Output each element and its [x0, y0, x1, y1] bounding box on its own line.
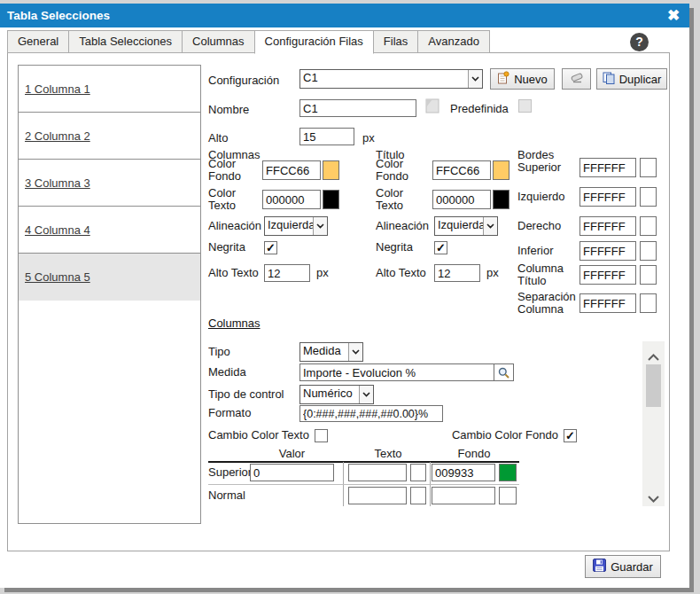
tab-avanzado[interactable]: Avanzado [417, 30, 490, 53]
medida-input[interactable] [299, 363, 494, 381]
col2-color-texto-swatch[interactable] [493, 190, 509, 209]
superior-texto-swatch[interactable] [410, 464, 426, 481]
sidebar-item-columna-2[interactable]: 2 Columna 2 [19, 113, 200, 160]
tab-filas[interactable]: Filas [373, 30, 418, 53]
borde-superior-input[interactable] [579, 158, 636, 177]
normal-fondo-input[interactable] [432, 487, 495, 504]
formato-label: Formato [208, 407, 299, 419]
normal-texto-input[interactable] [348, 487, 407, 504]
eraser-icon [570, 72, 584, 86]
col1-alineacion-select[interactable]: Izquierda [264, 216, 328, 236]
table-row-normal-label: Normal [208, 489, 245, 502]
nombre-label: Nombre [208, 103, 249, 116]
sidebar-item-columna-4[interactable]: 4 Columna 4 [19, 207, 200, 254]
tab-configuracion-filas[interactable]: Configuración Filas [254, 30, 374, 54]
chevron-down-icon [313, 217, 327, 235]
nombre-input[interactable] [299, 99, 416, 117]
borde-derecho-input[interactable] [579, 216, 636, 236]
screen: Tabla Selecciones ✖ General Tabla Selecc… [0, 0, 700, 594]
tabla-selecciones-dialog: Tabla Selecciones ✖ General Tabla Selecc… [0, 4, 689, 588]
tipo-select[interactable]: Medida [299, 342, 363, 362]
table-header-texto: Texto [348, 447, 428, 460]
col1-color-fondo-label: Color Fondo [208, 158, 261, 184]
borde-columna-titulo-swatch[interactable] [640, 265, 657, 285]
superior-valor-input[interactable] [250, 464, 334, 481]
sidebar-item-columna-1[interactable]: 1 Columna 1 [19, 66, 200, 113]
borde-derecho-label: Derecho [517, 220, 576, 232]
tab-bar: General Tabla Selecciones Columnas Confi… [7, 30, 490, 54]
alto-input[interactable] [299, 128, 354, 145]
tab-content-panel: 1 Columna 1 2 Columna 2 3 Columna 3 4 Co… [7, 52, 670, 551]
col2-color-texto-label: Color Texto [376, 187, 431, 213]
col2-alto-texto-unit: px [486, 267, 499, 279]
cambio-color-texto-label: Cambio Color Texto [208, 429, 309, 442]
table-header-valor: Valor [250, 447, 334, 460]
tab-general[interactable]: General [7, 30, 69, 53]
borde-derecho-swatch[interactable] [640, 216, 657, 236]
window-title: Tabla Selecciones [7, 9, 110, 22]
col1-alineacion-label: Alineación [208, 220, 262, 232]
borde-separacion-columna-swatch[interactable] [640, 293, 657, 313]
alto-unit-label: px [362, 131, 375, 145]
borde-izquierdo-swatch[interactable] [640, 187, 657, 207]
col1-color-fondo-input[interactable] [262, 160, 321, 180]
predefinida-checkbox[interactable] [518, 99, 532, 113]
cambio-color-fondo-label: Cambio Color Fondo [452, 429, 558, 442]
scroll-down-icon[interactable] [648, 490, 659, 506]
col1-alto-texto-input[interactable] [264, 264, 310, 282]
vertical-scrollbar[interactable] [642, 341, 665, 506]
columnas-section-title: Columnas [208, 317, 261, 330]
sidebar-list: 1 Columna 1 2 Columna 2 3 Columna 3 4 Co… [18, 65, 201, 524]
tipo-control-select[interactable]: Numérico [299, 385, 374, 404]
copy-icon [603, 72, 615, 87]
table-row-divider [208, 484, 519, 485]
chevron-down-icon [468, 70, 482, 88]
col2-alto-texto-input[interactable] [434, 264, 480, 282]
search-button[interactable] [494, 363, 514, 381]
duplicar-button[interactable]: Duplicar [596, 68, 667, 90]
close-icon[interactable]: ✖ [664, 5, 683, 25]
sidebar-item-columna-5[interactable]: 5 Columna 5 [19, 254, 200, 301]
borde-separacion-columna-label: Separación Columna [517, 291, 576, 317]
col2-color-fondo-input[interactable] [432, 160, 491, 180]
help-icon[interactable]: ? [630, 33, 649, 51]
normal-fondo-swatch[interactable] [499, 487, 517, 504]
superior-texto-input[interactable] [348, 464, 407, 481]
col2-alineacion-select[interactable]: Izquierda [434, 216, 498, 236]
col1-color-texto-input[interactable] [262, 190, 321, 209]
col2-color-fondo-label: Color Fondo [376, 158, 431, 184]
formato-input[interactable] [299, 405, 443, 422]
col2-negrita-checkbox[interactable]: ✓ [434, 241, 447, 254]
guardar-button[interactable]: Guardar [585, 555, 661, 578]
col2-negrita-label: Negrita [376, 241, 432, 254]
borde-columna-titulo-input[interactable] [579, 265, 636, 285]
col1-color-fondo-swatch[interactable] [323, 160, 339, 180]
col2-color-texto-input[interactable] [432, 190, 491, 209]
borde-inferior-swatch[interactable] [640, 241, 657, 261]
nuevo-button[interactable]: Nuevo [490, 68, 555, 90]
tab-columnas[interactable]: Columnas [182, 30, 255, 53]
scroll-up-icon[interactable] [648, 348, 659, 364]
table-header-fondo: Fondo [432, 447, 517, 460]
borde-superior-swatch[interactable] [640, 158, 657, 177]
normal-texto-swatch[interactable] [410, 487, 426, 504]
borde-inferior-input[interactable] [579, 241, 636, 261]
borde-separacion-columna-input[interactable] [579, 293, 636, 313]
superior-fondo-input[interactable] [432, 464, 495, 481]
clear-button[interactable] [562, 68, 591, 90]
sidebar-item-columna-3[interactable]: 3 Columna 3 [19, 160, 200, 207]
borde-izquierdo-input[interactable] [579, 187, 636, 207]
medida-label: Medida [208, 366, 299, 379]
tab-tabla-selecciones[interactable]: Tabla Selecciones [68, 30, 183, 53]
col1-negrita-checkbox[interactable]: ✓ [264, 241, 277, 254]
scrollbar-thumb[interactable] [646, 364, 661, 407]
superior-fondo-swatch[interactable] [499, 464, 517, 481]
col1-color-texto-swatch[interactable] [323, 190, 339, 209]
col2-color-fondo-swatch[interactable] [493, 160, 509, 180]
cambio-color-fondo-checkbox[interactable]: ✓ [564, 429, 577, 442]
chevron-down-icon [359, 386, 373, 403]
col1-color-texto-label: Color Texto [208, 187, 261, 213]
borde-inferior-label: Inferior [517, 245, 576, 257]
cambio-color-texto-checkbox[interactable] [315, 429, 328, 442]
configuracion-select[interactable]: C1 [299, 69, 483, 89]
